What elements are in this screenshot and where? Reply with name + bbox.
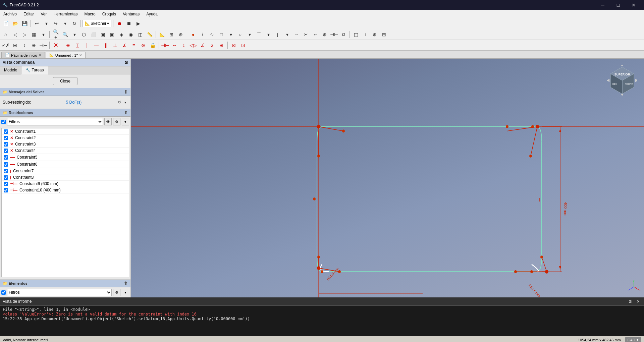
constraint-auto[interactable]: ⊞	[217, 41, 226, 50]
workbench-selector[interactable]: 📐 Sketcher ▾	[83, 20, 111, 27]
constraint-item-4[interactable]: ✕ Constraint4	[2, 148, 129, 154]
view-more-button[interactable]: ▦	[30, 30, 38, 39]
split-button[interactable]: ⊕	[320, 30, 329, 39]
constraint-7-checkbox[interactable]	[4, 169, 8, 173]
point-button[interactable]: ●	[189, 30, 198, 39]
constraint-9-checkbox[interactable]	[4, 182, 8, 186]
minimize-button[interactable]: ─	[595, 0, 610, 10]
mirror-sketch-button[interactable]: ⊣⊢	[39, 41, 48, 50]
arc-arrow[interactable]: ▾	[264, 30, 273, 39]
play-macro-button[interactable]: ▶	[134, 19, 143, 28]
zoom-arrow[interactable]: ▾	[70, 30, 79, 39]
constraint-tangent[interactable]: ∡	[120, 41, 129, 50]
view-iso-button[interactable]: ◈	[117, 30, 126, 39]
elementos-collapse[interactable]: ⬆	[124, 281, 128, 286]
constraint-symmetric[interactable]: ⊗	[139, 41, 148, 50]
save-file-button[interactable]: 💾	[20, 19, 29, 28]
constraint-vertical-dist[interactable]: ↕	[179, 41, 188, 50]
constraint-item-9[interactable]: ⊣— Constraint9 (600 mm)	[2, 181, 129, 187]
constraint-item-1[interactable]: ✕ Constraint1	[2, 128, 129, 135]
constraint-point-on-obj[interactable]: ⌶	[73, 41, 82, 50]
info-resize-button[interactable]: ⊠	[627, 298, 633, 305]
constraint-horizontal[interactable]: —	[92, 41, 101, 50]
constraints-arrow-button[interactable]: ▾	[122, 118, 129, 125]
tab-pagina-inicio[interactable]: 📄 Página de inicio ✕	[1, 52, 45, 58]
tab-tareas[interactable]: 🔧 Tareas	[21, 66, 48, 74]
extend-button[interactable]: ↔	[311, 30, 320, 39]
polyline-button[interactable]: ∿	[208, 30, 216, 39]
line-button[interactable]: /	[198, 30, 207, 39]
validate-sketch-button[interactable]: ✓✗	[1, 41, 10, 50]
constraint-parallel[interactable]: ∥	[101, 41, 110, 50]
constraints-collapse[interactable]: ⬆	[124, 110, 128, 115]
trim-button[interactable]: ✂	[302, 30, 310, 39]
constraint-item-10[interactable]: ⊣— Constraint10 (400 mm)	[2, 187, 129, 193]
view-arrow[interactable]: ▾	[39, 30, 48, 39]
constraint-equal[interactable]: =	[129, 41, 138, 50]
menu-archivo[interactable]: Archivo	[0, 10, 20, 18]
tab-unnamed-close[interactable]: ✕	[79, 53, 82, 57]
close-task-button[interactable]: Close	[53, 77, 77, 85]
redo-arrow[interactable]: ▾	[61, 19, 69, 28]
intersect-button[interactable]: ⊕	[370, 30, 379, 39]
reorient-button[interactable]: ↕	[20, 41, 29, 50]
menu-editar[interactable]: Editar	[20, 10, 37, 18]
sketcher-grid-button[interactable]: ⊞	[167, 30, 176, 39]
stop-macro-button[interactable]: ⏹	[124, 19, 133, 28]
constraint-block[interactable]: 🔒	[148, 41, 157, 50]
menu-ver[interactable]: Ver	[37, 10, 50, 18]
constraint-2-checkbox[interactable]	[4, 136, 8, 140]
zoom-out-button[interactable]: 🔍	[61, 30, 69, 39]
constraints-filter-select[interactable]: Filtros	[7, 118, 103, 125]
viewport[interactable]: 400 mm R51,5 mm R51,5 mm |	[131, 59, 644, 297]
open-file-button[interactable]: 📂	[11, 19, 19, 28]
constraint-perpendicular[interactable]: ⊥	[111, 41, 119, 50]
constraint-5-checkbox[interactable]	[4, 155, 8, 160]
mirror-button[interactable]: ⊣⊢	[330, 30, 338, 39]
record-macro-button[interactable]: ⏺	[115, 19, 124, 28]
project-button[interactable]: ⟂	[361, 30, 370, 39]
constraint-6-checkbox[interactable]	[4, 162, 8, 167]
elementos-filter-select[interactable]: Filtros	[7, 289, 112, 296]
new-file-button[interactable]: 📄	[1, 19, 10, 28]
maximize-button[interactable]: □	[610, 0, 626, 10]
attach-sketch-button[interactable]: ⊞	[11, 41, 19, 50]
spline-arrow[interactable]: ▾	[283, 30, 291, 39]
menu-macro[interactable]: Macro	[81, 10, 99, 18]
fillet-button[interactable]: ⌣	[292, 30, 301, 39]
view-right-button[interactable]: ▷	[20, 30, 29, 39]
view-right2-button[interactable]: ▣	[108, 30, 116, 39]
view-persp-button[interactable]: ◉	[126, 30, 135, 39]
menu-herramientas[interactable]: Herramientas	[50, 10, 81, 18]
tab-pagina-close[interactable]: ✕	[39, 53, 41, 57]
close-sketch-button[interactable]: ✕	[51, 41, 60, 50]
constraint-vertical[interactable]: |	[83, 41, 91, 50]
constraint-item-6[interactable]: — Constraint6	[2, 161, 129, 168]
view-left-button[interactable]: ◁	[11, 30, 19, 39]
zoom-in-button[interactable]: 🔍+	[51, 30, 60, 39]
view-back-button[interactable]: ◫	[136, 30, 145, 39]
constraint-item-2[interactable]: ✕ Constraint2	[2, 135, 129, 141]
rect-button[interactable]: □	[217, 30, 226, 39]
undo-arrow[interactable]: ▾	[42, 19, 51, 28]
constraint-10-checkbox[interactable]	[4, 188, 8, 192]
constraint-lock[interactable]: ⊣⊢	[161, 41, 169, 50]
menu-croquis[interactable]: Croquis	[99, 10, 119, 18]
info-close-button[interactable]: ✕	[635, 298, 641, 305]
circle-button[interactable]: ○	[236, 30, 245, 39]
dof-arrow-button[interactable]: ▾	[123, 99, 128, 105]
toggle-active[interactable]: ⊡	[239, 41, 248, 50]
view-home-button[interactable]: ⌂	[1, 30, 10, 39]
toggle-driving[interactable]: ⊠	[229, 41, 238, 50]
merge-sketches-button[interactable]: ⊕	[30, 41, 38, 50]
constraint-4-checkbox[interactable]	[4, 149, 8, 153]
constraint-angle[interactable]: ∠	[198, 41, 207, 50]
carbon-copy-button[interactable]: ⊞	[380, 30, 388, 39]
constraint-coincident[interactable]: ⊕	[64, 41, 72, 50]
constraints-settings-button[interactable]: ⚙	[113, 118, 120, 125]
tab-unnamed[interactable]: 📐 Unnamed : 1* ✕	[46, 52, 86, 58]
constraint-horizontal-dist[interactable]: ↔	[170, 41, 179, 50]
constraint-item-8[interactable]: | Constraint8	[2, 174, 129, 181]
constraint-3-checkbox[interactable]	[4, 142, 8, 147]
spline-button[interactable]: ∫	[273, 30, 282, 39]
